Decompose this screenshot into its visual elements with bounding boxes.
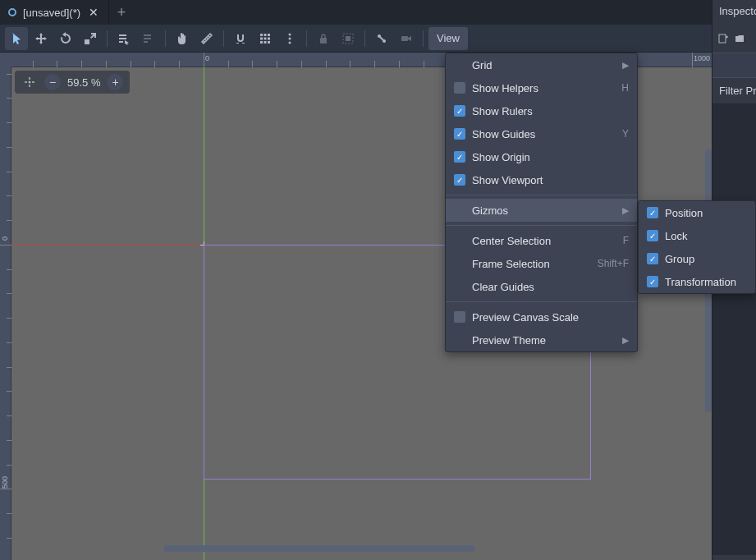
menu-clear-guides[interactable]: Clear Guides <box>446 275 637 298</box>
checkbox-checked-icon <box>454 151 465 163</box>
menu-frame-selection[interactable]: Frame Selection Shift+F <box>446 252 637 275</box>
close-icon[interactable]: ✕ <box>87 6 100 19</box>
ruler-h-label-1000: 1000 <box>694 54 710 62</box>
menu-grid[interactable]: Grid ▶ <box>446 53 637 76</box>
checkbox-icon <box>454 311 465 323</box>
svg-rect-4 <box>144 38 151 39</box>
svg-rect-5 <box>144 41 148 43</box>
scene-tab[interactable]: [unsaved](*) ✕ <box>0 0 109 25</box>
scrollbar-vertical[interactable] <box>705 67 712 544</box>
override-camera[interactable] <box>395 27 418 50</box>
rotate-tool[interactable] <box>54 27 77 50</box>
checkbox-checked-icon <box>454 128 465 140</box>
checkbox-checked-icon <box>454 174 465 186</box>
zoom-in-button[interactable]: + <box>107 74 123 90</box>
lock-selected[interactable] <box>312 27 335 50</box>
zoom-level[interactable]: 59.5 % <box>67 76 100 89</box>
checkbox-checked-icon <box>647 253 658 264</box>
svg-point-8 <box>289 33 291 35</box>
new-resource-icon[interactable] <box>717 33 729 44</box>
chevron-right-icon: ▶ <box>622 335 629 346</box>
submenu-transformation[interactable]: Transformation <box>639 270 755 293</box>
svg-rect-0 <box>119 34 126 36</box>
filter-properties[interactable]: Filter Properties <box>712 77 756 103</box>
scrollbar-horizontal[interactable] <box>11 545 701 552</box>
group-selected[interactable] <box>337 27 360 50</box>
menu-show-rulers[interactable]: Show Rulers <box>446 99 637 122</box>
svg-rect-13 <box>346 36 351 41</box>
menu-gizmos[interactable]: Gizmos ▶ <box>446 199 637 222</box>
ruler-corner <box>0 53 11 67</box>
checkbox-checked-icon <box>454 105 465 117</box>
svg-rect-16 <box>401 36 408 41</box>
snap-toggle[interactable] <box>229 27 252 50</box>
tab-title: [unsaved](*) <box>23 7 80 19</box>
inspector-title: Inspector <box>712 0 756 25</box>
svg-rect-11 <box>320 38 327 44</box>
menu-show-helpers[interactable]: Show Helpers H <box>446 76 637 99</box>
svg-point-10 <box>289 41 291 44</box>
snap-options[interactable] <box>278 27 301 50</box>
node-icon <box>8 8 16 16</box>
checkbox-checked-icon <box>647 207 658 218</box>
svg-rect-3 <box>144 34 151 36</box>
checkbox-checked-icon <box>647 230 658 241</box>
zoom-controls: − 59.5 % + <box>15 71 130 94</box>
chevron-right-icon: ▶ <box>622 205 629 216</box>
svg-point-9 <box>289 37 291 39</box>
checkbox-icon <box>454 82 465 94</box>
toolbar: View <box>0 25 756 53</box>
move-tool[interactable] <box>30 27 53 50</box>
zoom-out-button[interactable]: − <box>44 74 61 90</box>
ruler-vertical[interactable]: 0 500 <box>0 53 11 560</box>
menu-show-origin[interactable]: Show Origin <box>446 145 637 168</box>
menu-center-selection[interactable]: Center Selection F <box>446 229 637 252</box>
inspector-toolbar <box>712 25 756 53</box>
scale-tool[interactable] <box>79 27 102 50</box>
checkbox-checked-icon <box>647 276 658 287</box>
svg-rect-18 <box>719 34 726 43</box>
view-menu-button[interactable]: View <box>428 27 468 50</box>
menu-preview-canvas-scale[interactable]: Preview Canvas Scale <box>446 305 637 328</box>
submenu-lock[interactable]: Lock <box>639 224 755 247</box>
chevron-right-icon: ▶ <box>622 60 629 71</box>
add-tab-button[interactable]: + <box>109 4 134 21</box>
load-resource-icon[interactable] <box>734 33 745 44</box>
submenu-group[interactable]: Group <box>639 247 755 270</box>
inspector-body <box>712 103 756 555</box>
ruler-tool[interactable] <box>195 27 218 50</box>
grid-snap-toggle[interactable] <box>254 27 277 50</box>
submenu-position[interactable]: Position <box>639 201 755 224</box>
gizmos-submenu: Position Lock Group Transformation <box>638 200 756 294</box>
resource-path <box>712 53 756 77</box>
ruler-h-label-0: 0 <box>205 54 209 62</box>
svg-rect-7 <box>242 43 245 44</box>
menu-show-guides[interactable]: Show Guides Y <box>446 122 637 145</box>
center-view-icon[interactable] <box>21 74 38 90</box>
svg-point-17 <box>29 81 31 84</box>
lock-tool[interactable] <box>137 27 160 50</box>
list-select-tool[interactable] <box>112 27 135 50</box>
tab-bar: [unsaved](*) ✕ + <box>0 0 756 25</box>
view-dropdown: Grid ▶ Show Helpers H Show Rulers Show G… <box>445 53 638 352</box>
menu-preview-theme[interactable]: Preview Theme ▶ <box>446 328 637 351</box>
pan-tool[interactable] <box>171 27 194 50</box>
menu-show-viewport[interactable]: Show Viewport <box>446 168 637 191</box>
select-tool[interactable] <box>5 27 28 50</box>
ruler-v-label-500: 500 <box>1 476 9 489</box>
svg-rect-6 <box>236 43 239 44</box>
svg-rect-1 <box>119 38 126 39</box>
svg-rect-2 <box>119 41 123 43</box>
ruler-v-label-0: 0 <box>1 236 9 241</box>
skeleton-options[interactable] <box>370 27 393 50</box>
